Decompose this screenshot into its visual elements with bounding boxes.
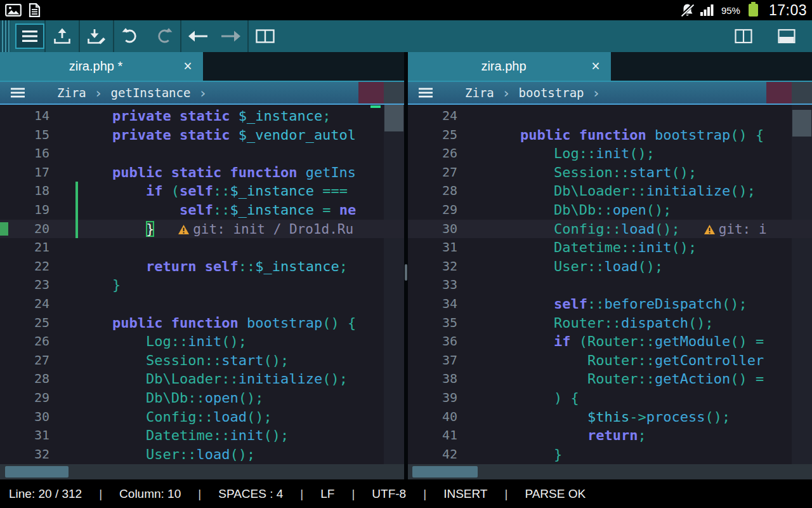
code-line[interactable]: 30 Config::load();git: i	[408, 220, 812, 239]
code-line[interactable]: 20 }git: init / Dro1d.Ru	[0, 220, 404, 239]
code-line[interactable]: 25 public function bootstrap() {	[408, 126, 812, 145]
code-line[interactable]: 14 private static $_instance;	[0, 107, 404, 126]
split-horizontal-button[interactable]	[770, 20, 803, 52]
scrollbar-cap	[792, 82, 812, 104]
code-line[interactable]: 28 Db\Loader::initialize();	[408, 182, 812, 201]
code-line[interactable]: 27 Session::start();	[0, 351, 404, 370]
warning-icon	[704, 225, 715, 234]
breadcrumb-item-class[interactable]: Zira	[465, 86, 494, 100]
code-area[interactable]: 14 private static $_instance;15 private …	[0, 105, 404, 464]
tab-close-icon[interactable]: ×	[580, 58, 611, 75]
code-line[interactable]: 24	[408, 107, 812, 126]
code-line[interactable]: 27 Session::start();	[408, 163, 812, 182]
code-text: User::load();	[79, 445, 404, 464]
line-number: 32	[408, 257, 487, 276]
status-line-ending[interactable]: LF	[320, 487, 334, 501]
code-area[interactable]: 2425 public function bootstrap() {26 Log…	[408, 105, 812, 464]
status-parse-status[interactable]: PARSE OK	[525, 487, 586, 501]
status-cursor-column[interactable]: Column: 10	[119, 487, 181, 501]
tab-zira-php[interactable]: zira.php ×	[408, 52, 611, 81]
code-line[interactable]: 19 self::$_instance = ne	[0, 201, 404, 220]
code-line[interactable]: 29 Db\Db::open();	[408, 201, 812, 220]
breadcrumb-item-method[interactable]: getInstance	[111, 86, 191, 100]
status-input-mode[interactable]: INSERT	[443, 487, 487, 501]
code-text	[79, 238, 404, 257]
line-number: 32	[0, 445, 79, 464]
code-line[interactable]: 39 ) {	[408, 389, 812, 408]
code-text	[79, 144, 404, 163]
code-text	[79, 295, 404, 314]
code-line[interactable]: 17 public static function getIns	[0, 163, 404, 182]
code-line[interactable]: 28 Db\Loader::initialize();	[0, 370, 404, 389]
code-line[interactable]: 21	[0, 238, 404, 257]
code-line[interactable]: 24	[0, 295, 404, 314]
line-number: 39	[408, 389, 487, 408]
scrollbar-cap	[384, 82, 404, 104]
code-text: Config::load();git: i	[487, 220, 812, 239]
undo-button[interactable]	[114, 20, 147, 52]
menu-button[interactable]	[10, 20, 44, 52]
code-line[interactable]: 32 User::load();	[0, 445, 404, 464]
code-text: Router::getAction() =	[487, 370, 812, 389]
hscroll-thumb[interactable]	[5, 466, 69, 478]
save-as-button[interactable]	[80, 20, 113, 52]
code-line[interactable]: 22 return self::$_instance;	[0, 257, 404, 276]
line-number: 28	[408, 182, 487, 201]
split-view-button[interactable]	[249, 20, 282, 52]
modified-line-marker	[0, 222, 8, 236]
code-line[interactable]: 25 public function bootstrap() {	[0, 314, 404, 333]
line-number: 27	[0, 351, 79, 370]
vibrate-off-icon	[680, 3, 695, 17]
clock: 17:03	[769, 2, 807, 19]
code-text: $this->process();	[487, 408, 812, 427]
code-line[interactable]: 16	[0, 144, 404, 163]
code-line[interactable]: 40 $this->process();	[408, 408, 812, 427]
open-file-button[interactable]	[46, 20, 79, 52]
code-line[interactable]: 41 return;	[408, 426, 812, 445]
code-line[interactable]: 26 Log::init();	[408, 144, 812, 163]
status-encoding[interactable]: UTF-8	[372, 487, 406, 501]
code-line[interactable]: 29 Db\Db::open();	[0, 389, 404, 408]
tab-zira-php[interactable]: zira.php * ×	[0, 52, 203, 81]
breadcrumb-item-method[interactable]: bootstrap	[519, 86, 584, 100]
android-status-bar: 95% 17:03	[0, 0, 812, 20]
code-line[interactable]: 34 self::beforeDispatch();	[408, 295, 812, 314]
code-text: }	[487, 445, 812, 464]
code-line[interactable]: 26 Log::init();	[0, 332, 404, 351]
code-line[interactable]: 23 }	[0, 276, 404, 295]
breadcrumb-item-class[interactable]: Zira	[57, 86, 86, 100]
status-cursor-line[interactable]: Line: 20 / 312	[9, 487, 82, 501]
navigate-forward-button[interactable]	[214, 20, 247, 52]
breadcrumb-menu-icon[interactable]	[10, 87, 25, 98]
divider-handle-icon	[405, 264, 407, 281]
hscroll-thumb[interactable]	[412, 466, 478, 478]
gallery-icon	[5, 4, 22, 17]
split-vertical-button[interactable]	[727, 20, 760, 52]
code-line[interactable]: 18 if (self::$_instance ===	[0, 182, 404, 201]
code-line[interactable]: 31 Datetime::init();	[408, 238, 812, 257]
code-line[interactable]: 42 }	[408, 445, 812, 464]
hscrollbar[interactable]	[0, 464, 404, 479]
code-line[interactable]: 35 Router::dispatch();	[408, 314, 812, 333]
code-line[interactable]: 30 Config::load();	[0, 408, 404, 427]
code-line[interactable]: 37 Router::getController	[408, 351, 812, 370]
navigate-back-button[interactable]	[181, 20, 214, 52]
code-line[interactable]: 33	[408, 276, 812, 295]
line-number: 29	[408, 201, 487, 220]
tab-close-icon[interactable]: ×	[173, 58, 203, 75]
hscrollbar[interactable]	[408, 464, 812, 479]
code-line[interactable]: 32 User::load();	[408, 257, 812, 276]
status-indent-mode[interactable]: SPACES : 4	[218, 487, 283, 501]
pane-1: zira.php × Zira › bootstrap ›	[408, 52, 812, 479]
code-line[interactable]: 36 if (Router::getModule() =	[408, 332, 812, 351]
breadcrumb-menu-icon[interactable]	[418, 87, 433, 98]
code-line[interactable]: 31 Datetime::init();	[0, 426, 404, 445]
redo-button[interactable]	[147, 20, 180, 52]
line-number: 30	[0, 408, 79, 427]
drawer-grip[interactable]	[0, 20, 10, 52]
code-line[interactable]: 38 Router::getAction() =	[408, 370, 812, 389]
code-line[interactable]: 15 private static $_vendor_autol	[0, 126, 404, 145]
code-text: Datetime::init();	[79, 426, 404, 445]
line-number: 21	[0, 238, 79, 257]
document-icon	[29, 3, 41, 17]
